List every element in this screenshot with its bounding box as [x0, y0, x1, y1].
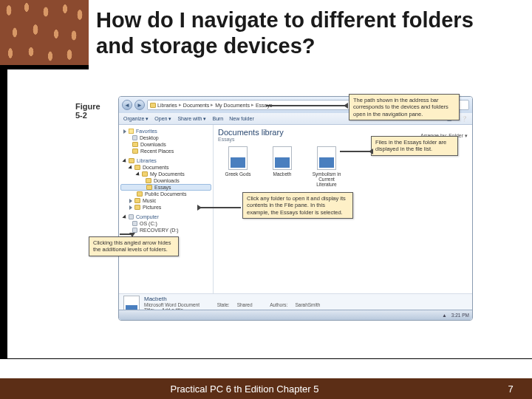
figure-label: Figure 5-2: [75, 102, 100, 120]
callout-filelist: Files in the Essays folder are displayed…: [371, 136, 458, 156]
nav-downloads[interactable]: Downloads: [120, 141, 211, 148]
page-number: 7: [489, 383, 532, 395]
callout-arrowcollapse: Clicking this angled arrow hides the add…: [89, 236, 179, 256]
forward-button[interactable]: ►: [134, 100, 145, 110]
callout-arrow: [266, 105, 347, 106]
word-doc-icon: [273, 146, 292, 170]
left-rule: [0, 65, 7, 359]
decorative-corner: [0, 0, 89, 65]
callout-addressbar: The path shown in the address bar corres…: [349, 94, 460, 120]
nav-music[interactable]: Music: [120, 197, 211, 204]
tray-icon[interactable]: ▲: [442, 313, 446, 318]
callout-arrow: [120, 233, 133, 235]
new-folder-button[interactable]: New folder: [229, 116, 253, 121]
callout-folder: Click any folder to open it and display …: [242, 192, 353, 219]
back-button[interactable]: ◄: [122, 100, 132, 110]
favorites-header[interactable]: Favorites: [120, 128, 211, 134]
nav-mydocuments[interactable]: My Documents: [120, 171, 211, 177]
file-item[interactable]: Greek Gods: [222, 146, 253, 187]
nav-sub-public[interactable]: Public Documents: [120, 191, 211, 197]
nav-drive-c[interactable]: OS (C:): [120, 220, 211, 227]
help-icon[interactable]: ❔: [461, 116, 468, 122]
nav-sub-downloads[interactable]: Downloads: [120, 177, 211, 184]
star-icon: [129, 129, 134, 134]
footer-text: Practical PC 6 th Edition Chapter 5: [0, 383, 489, 395]
computer-header[interactable]: Computer: [120, 214, 211, 220]
nav-sub-essays[interactable]: Essays: [120, 184, 211, 191]
slide-title: How do I navigate to different folders a…: [96, 7, 517, 59]
file-item[interactable]: Symbolism in Current Literature: [311, 146, 342, 187]
word-doc-icon: [317, 146, 336, 170]
libraries-header[interactable]: Libraries: [120, 157, 211, 164]
burn-button[interactable]: Burn: [212, 116, 223, 121]
open-menu[interactable]: Open ▾: [154, 116, 171, 122]
callout-arrow: [198, 207, 241, 208]
figure: Figure 5-2 ◄ ► Libraries▸ Documents▸ My …: [118, 96, 473, 321]
nav-desktop[interactable]: Desktop: [120, 134, 211, 141]
taskbar: ▲ 3:21 PM: [119, 310, 472, 320]
nav-documents[interactable]: Documents: [120, 164, 211, 171]
word-doc-icon: [228, 146, 248, 170]
nav-recent[interactable]: Recent Places: [120, 148, 211, 154]
file-item[interactable]: Macbeth: [267, 146, 298, 187]
folder-icon: [150, 103, 156, 108]
footer-spacer: [0, 359, 532, 378]
organize-menu[interactable]: Organize ▾: [123, 116, 149, 122]
slide-footer: Practical PC 6 th Edition Chapter 5 7: [0, 378, 532, 399]
share-menu[interactable]: Share with ▾: [177, 116, 206, 122]
clock: 3:21 PM: [451, 313, 469, 318]
callout-arrow: [340, 151, 372, 152]
under-rule: [7, 65, 89, 69]
